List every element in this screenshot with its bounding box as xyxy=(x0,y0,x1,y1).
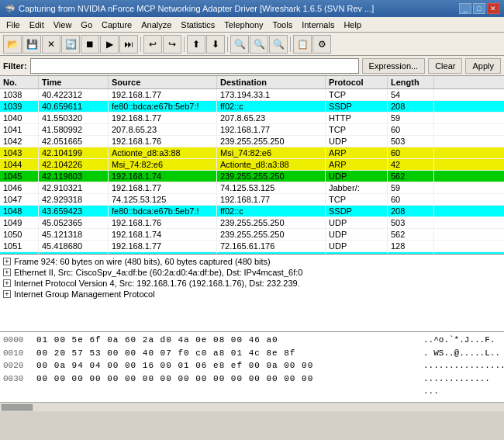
hex-ascii: . WS..@.....L.. xyxy=(423,347,501,360)
hex-ascii: ..^o.`*.J...F. xyxy=(423,334,501,347)
menu-item-file[interactable]: File xyxy=(2,19,25,31)
minimize-button[interactable]: _ xyxy=(459,3,471,14)
packet-cell: UDP xyxy=(326,136,388,147)
packet-cell: UDP xyxy=(326,241,388,251)
expand-icon[interactable]: + xyxy=(3,258,11,265)
menu-item-go[interactable]: Go xyxy=(76,19,97,31)
packet-cell: Actionte_d8:a3:88 xyxy=(217,159,326,170)
packet-cell: 173.194.33.1 xyxy=(217,89,326,100)
packet-cell: 1043 xyxy=(0,147,39,158)
table-row[interactable]: 104041.550320192.168.1.77207.8.65.23HTTP… xyxy=(0,113,504,124)
app-icon: 🦈 xyxy=(5,4,16,14)
toolbar-button-0[interactable]: 📂 xyxy=(3,35,22,54)
packet-cell: 192.168.1.77 xyxy=(217,124,326,135)
packet-cell: 74.125.53.125 xyxy=(109,194,217,205)
table-row[interactable]: 104242.051665192.168.1.76239.255.255.250… xyxy=(0,136,504,147)
packet-cell: 503 xyxy=(388,136,434,147)
menu-item-capture[interactable]: Capture xyxy=(97,19,136,31)
filter-input[interactable] xyxy=(30,58,359,74)
toolbar-separator xyxy=(227,36,228,52)
menu-item-help[interactable]: Help xyxy=(339,19,366,31)
packet-cell: 208 xyxy=(388,101,434,112)
menu-item-statistics[interactable]: Statistics xyxy=(176,19,219,31)
packet-cell: 1038 xyxy=(0,89,39,100)
detail-text: Internet Group Management Protocol xyxy=(14,289,155,299)
hex-row: 002000 0a 94 04 00 00 16 00 01 06 e8 ef … xyxy=(3,359,501,372)
packet-cell: 59 xyxy=(388,113,434,123)
toolbar-button-15[interactable]: 🔍 xyxy=(250,35,268,54)
hex-bytes: 00 00 00 00 00 00 00 00 00 00 00 00 00 0… xyxy=(36,372,417,398)
toolbar-button-8[interactable]: ↩ xyxy=(143,35,162,54)
toolbar-button-18[interactable]: 📋 xyxy=(293,35,312,54)
packet-cell: Msi_74:82:e6 xyxy=(217,147,326,158)
scrollbar-thumb[interactable] xyxy=(2,404,33,411)
toolbar-separator xyxy=(140,36,141,52)
packet-cell: 208 xyxy=(388,206,434,217)
expand-icon[interactable]: + xyxy=(3,269,11,276)
packet-cell: ff02::c xyxy=(217,101,326,112)
horizontal-scrollbar[interactable] xyxy=(0,402,504,411)
menu-item-analyze[interactable]: Analyze xyxy=(136,19,176,31)
table-row[interactable]: 103840.422312192.168.1.77173.194.33.1TCP… xyxy=(0,89,504,101)
clear-button[interactable]: Clear xyxy=(428,58,462,74)
packet-cell: 60 xyxy=(388,194,434,205)
detail-text: Ethernet II, Src: CiscoSpv_4a:df:be (60:… xyxy=(14,268,302,277)
hex-row: 001000 20 57 53 00 00 40 07 f0 c0 a8 01 … xyxy=(3,347,501,360)
table-row[interactable]: 104342.104199Actionte_d8:a3:88Msi_74:82:… xyxy=(0,147,504,159)
packet-cell: 207.8.65.23 xyxy=(217,113,326,123)
maximize-button[interactable]: □ xyxy=(473,3,485,14)
hex-offset: 0030 xyxy=(3,372,30,398)
expand-icon[interactable]: + xyxy=(3,290,11,298)
toolbar-button-3[interactable]: 🔄 xyxy=(61,35,80,54)
packet-cell: 562 xyxy=(388,171,434,182)
toolbar-button-16[interactable]: 🔍 xyxy=(269,35,288,54)
toolbar-button-1[interactable]: 💾 xyxy=(22,35,41,54)
table-row[interactable]: 104442.104226Msi_74:82:e6Actionte_d8:a3:… xyxy=(0,159,504,171)
packet-cell: 239.255.255.250 xyxy=(217,229,326,240)
packet-cell: Actionte_d8:a3:88 xyxy=(109,147,217,158)
toolbar-button-11[interactable]: ⬆ xyxy=(187,35,205,54)
packet-cell: 41.550320 xyxy=(39,113,109,123)
menu-item-edit[interactable]: Edit xyxy=(25,19,49,31)
menu-item-telephony[interactable]: Telephony xyxy=(219,19,268,31)
table-row[interactable]: 104642.910321192.168.1.7774.125.53.125Ja… xyxy=(0,182,504,194)
menu-item-tools[interactable]: Tools xyxy=(268,19,298,31)
toolbar-button-6[interactable]: ⏭ xyxy=(119,35,138,54)
packet-cell: 1049 xyxy=(0,217,39,228)
packet-rows: 103840.422312192.168.1.77173.194.33.1TCP… xyxy=(0,89,504,255)
close-button[interactable]: ✕ xyxy=(487,3,499,14)
title-bar-controls[interactable]: _ □ ✕ xyxy=(459,3,499,14)
packet-cell: 72.165.61.176 xyxy=(217,241,326,251)
table-row[interactable]: 104141.580992207.8.65.23192.168.1.77TCP6… xyxy=(0,124,504,136)
toolbar-button-12[interactable]: ⬇ xyxy=(206,35,225,54)
packet-cell: 41.580992 xyxy=(39,124,109,135)
toolbar-button-14[interactable]: 🔍 xyxy=(230,35,249,54)
column-header-time: Time xyxy=(39,76,109,88)
packet-cell: fe80::bdca:e67b:5eb7:! xyxy=(109,101,217,112)
table-row[interactable]: 105045.121318192.168.1.74239.255.255.250… xyxy=(0,229,504,241)
table-row[interactable]: 103940.659611fe80::bdca:e67b:5eb7:!ff02:… xyxy=(0,101,504,113)
toolbar-button-9[interactable]: ↪ xyxy=(163,35,181,54)
menu-item-internals[interactable]: Internals xyxy=(297,19,339,31)
packet-cell: 503 xyxy=(388,217,434,228)
table-row[interactable]: 104843.659423fe80::bdca:e67b:5eb7:!ff02:… xyxy=(0,206,504,217)
packet-cell: 1045 xyxy=(0,171,39,182)
column-header-no: No. xyxy=(0,76,39,88)
expand-icon[interactable]: + xyxy=(3,279,11,287)
menu-item-view[interactable]: View xyxy=(49,19,77,31)
table-row[interactable]: 105145.418680192.168.1.7772.165.61.176UD… xyxy=(0,241,504,252)
packet-cell: 1040 xyxy=(0,113,39,123)
toolbar-button-5[interactable]: ▶ xyxy=(100,35,119,54)
toolbar-button-2[interactable]: ✕ xyxy=(42,35,60,54)
table-row[interactable]: 104542.119803192.168.1.74239.255.255.250… xyxy=(0,171,504,182)
apply-button[interactable]: Apply xyxy=(465,58,501,74)
table-row[interactable]: 104742.92931874.125.53.125192.168.1.77TC… xyxy=(0,194,504,206)
expression-button[interactable]: Expression... xyxy=(362,58,426,74)
toolbar-button-4[interactable]: ⏹ xyxy=(81,35,99,54)
packet-cell: 45.418680 xyxy=(39,241,109,251)
toolbar-button-19[interactable]: ⚙ xyxy=(312,35,331,54)
column-header-source: Source xyxy=(109,76,217,88)
table-row[interactable]: 104945.052365192.168.1.76239.255.255.250… xyxy=(0,217,504,229)
detail-pane: +Frame 924: 60 bytes on wire (480 bits),… xyxy=(0,255,504,332)
detail-text: Frame 924: 60 bytes on wire (480 bits), … xyxy=(14,257,271,266)
